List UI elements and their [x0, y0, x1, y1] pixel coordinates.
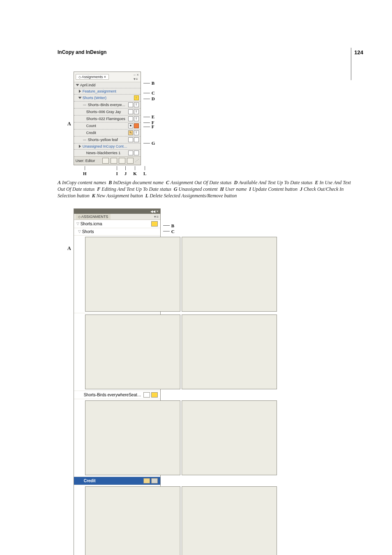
- panel-tab-label[interactable]: ASSIGNMENTS: [81, 215, 108, 219]
- status-out-of-date-icon: [151, 392, 158, 398]
- row-content[interactable]: Shorts–Birds everywhe…: [88, 103, 127, 107]
- row-assignment[interactable]: Shorts: [82, 229, 158, 234]
- fig2-label-A: A: [67, 245, 71, 252]
- status-editing-icon: ✎: [128, 130, 133, 135]
- figure-assignments-indesign: A ◇ Assignments × – × ▾≡ April.indd: [67, 72, 355, 176]
- user-name: Editor: [85, 159, 95, 163]
- status-out-of-date-icon: !: [134, 95, 139, 100]
- row-assignment[interactable]: Shorts (Writer): [83, 96, 133, 100]
- graphicframe-icon: [182, 400, 277, 475]
- close-icon[interactable]: ×: [136, 73, 138, 77]
- row-content[interactable]: News–blackberries 1: [86, 151, 127, 155]
- row-assignment-file[interactable]: Shorts.icma: [81, 222, 150, 226]
- textframe-icon: T: [134, 102, 139, 107]
- close-icon[interactable]: ×: [156, 209, 158, 213]
- graphicframe-icon: [134, 150, 139, 155]
- panel-menu-icon[interactable]: ▾≡: [134, 77, 138, 81]
- assignments-panel-indesign: ◇ Assignments × – × ▾≡ April.indd Featur…: [74, 72, 141, 165]
- running-head: InCopy and InDesign: [58, 49, 355, 55]
- panel-menu-icon[interactable]: ▾≡: [154, 215, 158, 219]
- assignments-panel-incopy: ◀◀ × ◇ ASSIGNMENTS ▾≡ ▽Shorts.icma ▽Shor…: [74, 208, 161, 555]
- row-content[interactable]: Shorts–006 Gray Jay: [86, 110, 127, 114]
- status-available-icon: [128, 137, 133, 142]
- delete-assignment-button[interactable]: [127, 158, 134, 164]
- collapse-icon[interactable]: ◀◀: [150, 210, 155, 213]
- status-available-icon: [128, 150, 133, 155]
- textframe-icon: T: [134, 116, 139, 121]
- textframe-icon: [182, 237, 277, 312]
- row-assignment[interactable]: Feature_assignment: [83, 89, 139, 93]
- status-out-of-date-icon: [151, 221, 158, 227]
- row-content[interactable]: Count: [86, 124, 127, 128]
- panel-body: April.indd Feature_assignment Shorts (Wr…: [74, 82, 141, 156]
- fig1-label-A: A: [67, 121, 71, 127]
- status-out-of-date-icon: [134, 123, 139, 128]
- textframe-icon: [182, 314, 277, 389]
- row-content[interactable]: Shorts–yellow leaf: [88, 138, 127, 142]
- check-out-in-button[interactable]: [111, 158, 117, 164]
- panel-footer: User: Editor ⋰: [74, 156, 141, 165]
- panel-body: ▽Shorts.icma ▽Shorts Shorts-006 Gray Jay…: [74, 220, 160, 555]
- textframe-icon: [182, 486, 277, 555]
- figure1-caption: A InCopy content names B InDesign docume…: [58, 179, 355, 199]
- row-content[interactable]: Shorts–022 Flamingoes: [86, 117, 127, 121]
- status-in-use-icon: ✖: [128, 123, 133, 128]
- status-available-icon: [128, 109, 133, 114]
- textframe-icon: [151, 478, 158, 483]
- row-document[interactable]: April.indd: [80, 83, 139, 87]
- close-icon[interactable]: ×: [104, 75, 106, 79]
- status-in-use-icon: [143, 392, 150, 398]
- row-content[interactable]: Shorts-Birds everywhereSeattlena: [84, 393, 142, 397]
- status-available-icon: [128, 116, 133, 121]
- resize-icon[interactable]: ⋰: [135, 159, 139, 163]
- textframe-icon: T: [134, 109, 139, 114]
- minimize-icon[interactable]: –: [134, 73, 136, 77]
- panel-tab[interactable]: ◇ Assignments ×: [76, 74, 109, 80]
- panel-tab-label: Assignments: [82, 75, 103, 79]
- row-content-selected[interactable]: Credit: [84, 479, 142, 483]
- row-content[interactable]: Credit: [86, 131, 127, 135]
- status-available-icon: [85, 237, 180, 312]
- fig1-bottom-callouts: H I J K L: [83, 166, 355, 176]
- status-available-icon: [85, 314, 180, 389]
- new-assignment-button[interactable]: [119, 158, 125, 164]
- textframe-icon: T: [134, 130, 139, 135]
- status-available-icon: [85, 400, 180, 475]
- status-available-icon: [128, 102, 133, 107]
- row-unassigned[interactable]: Unassigned InCopy Cont…: [83, 144, 139, 148]
- update-content-button[interactable]: [102, 158, 109, 164]
- user-label: User:: [76, 159, 85, 163]
- graphicframe-icon: [134, 137, 139, 142]
- status-available-icon: [85, 486, 180, 555]
- figure-assignments-incopy: A ◀◀ × ◇ ASSIGNMENTS ▾≡ ▽Shorts.icma ▽Sh…: [67, 208, 355, 555]
- fig1-right-callouts: B C D E F F G: [143, 72, 155, 146]
- status-editing-icon: [143, 478, 150, 483]
- page-number: 124: [354, 49, 363, 56]
